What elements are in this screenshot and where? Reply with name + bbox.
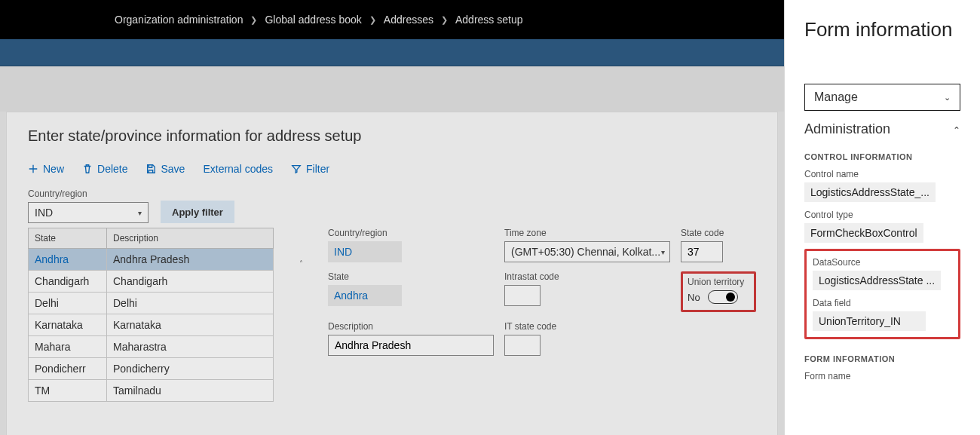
control-information-heading: CONTROL INFORMATION <box>804 152 960 161</box>
save-icon <box>145 164 156 174</box>
state-cell: Chandigarh <box>29 271 107 292</box>
detail-country-label: Country/region <box>328 228 494 238</box>
state-cell: Pondicherr <box>29 358 107 379</box>
table-row[interactable]: TMTamilnadu <box>28 380 274 402</box>
detail-description-label: Description <box>328 321 494 332</box>
description-cell: Karnataka <box>107 314 273 335</box>
table-row[interactable]: DelhiDelhi <box>28 293 274 314</box>
side-title: Form information <box>804 18 960 41</box>
detail-statecode-input[interactable] <box>681 241 723 262</box>
external-codes-button[interactable]: External codes <box>203 163 273 175</box>
state-cell: TM <box>29 380 107 401</box>
filter-button-label: Filter <box>306 163 329 175</box>
detail-state-label: State <box>328 271 494 282</box>
control-type-label: Control type <box>804 210 960 220</box>
description-cell: Maharastra <box>107 336 273 357</box>
grid-scroll-gutter[interactable]: ˄ <box>296 228 305 402</box>
detail-country-value[interactable]: IND <box>328 241 402 262</box>
chevron-up-icon: ⌄ <box>953 124 960 135</box>
delete-button[interactable]: Delete <box>82 163 127 175</box>
detail-state-value[interactable]: Andhra <box>328 285 402 306</box>
detail-itstate-label: IT state code <box>504 321 670 332</box>
page-title: Enter state/province information for add… <box>28 127 756 145</box>
chevron-down-icon: ▾ <box>138 209 142 217</box>
union-territory-toggle[interactable]: No <box>688 290 749 304</box>
breadcrumb-item[interactable]: Organization administration <box>115 14 243 26</box>
save-button[interactable]: Save <box>145 163 185 175</box>
datafield-label: Data field <box>813 298 952 308</box>
detail-intrastat-label: Intrastat code <box>504 271 670 282</box>
detail-intrastat-input[interactable] <box>504 285 541 306</box>
save-button-label: Save <box>161 163 185 175</box>
detail-timezone-label: Time zone <box>504 228 670 238</box>
control-name-label: Control name <box>804 169 960 179</box>
description-cell: Andhra Pradesh <box>107 249 273 270</box>
datasource-label: DataSource <box>813 257 952 268</box>
new-button-label: New <box>43 163 64 175</box>
chevron-right-icon: ❯ <box>441 15 448 25</box>
state-cell: Mahara <box>29 336 107 357</box>
control-type-value: FormCheckBoxControl <box>804 223 923 243</box>
states-grid: State Description AndhraAndhra PradeshCh… <box>28 228 274 402</box>
breadcrumb-item[interactable]: Addresses <box>384 14 433 26</box>
table-row[interactable]: KarnatakaKarnataka <box>28 314 274 336</box>
chevron-right-icon: ❯ <box>369 15 376 25</box>
manage-dropdown[interactable]: Manage ⌄ <box>804 84 960 111</box>
chevron-down-icon: ▾ <box>661 248 665 256</box>
filter-button[interactable]: Filter <box>291 163 329 175</box>
detail-union-label: Union territory <box>688 277 749 287</box>
apply-filter-button[interactable]: Apply filter <box>161 201 234 223</box>
page-card: Enter state/province information for add… <box>6 112 778 435</box>
table-row[interactable]: AndhraAndhra Pradesh <box>28 249 274 271</box>
breadcrumb-item[interactable]: Global address book <box>265 14 361 26</box>
union-territory-highlight: Union territory No <box>681 271 756 312</box>
trash-icon <box>82 164 93 174</box>
description-cell: Pondicherry <box>107 358 273 379</box>
description-cell: Chandigarh <box>107 271 273 292</box>
state-cell: Karnataka <box>29 314 107 335</box>
detail-description-input[interactable] <box>328 335 494 356</box>
form-name-label: Form name <box>804 371 960 381</box>
form-information-heading: FORM INFORMATION <box>804 354 960 363</box>
datasource-value: LogisticsAddressState ... <box>813 271 941 290</box>
caret-up-icon[interactable]: ˄ <box>299 259 303 268</box>
external-codes-label: External codes <box>203 163 273 175</box>
description-cell: Delhi <box>107 293 273 314</box>
detail-timezone-value: (GMT+05:30) Chennai, Kolkat... <box>511 246 660 258</box>
description-cell: Tamilnadu <box>107 380 273 401</box>
col-header-state[interactable]: State <box>29 228 107 248</box>
delete-button-label: Delete <box>97 163 127 175</box>
toolbar: New Delete Save External codes Filter <box>28 163 756 175</box>
country-region-value: IND <box>35 207 53 219</box>
manage-label: Manage <box>814 90 858 104</box>
ribbon-bar <box>0 39 784 66</box>
funnel-icon <box>291 164 302 174</box>
country-region-label: Country/region <box>28 188 149 199</box>
table-row[interactable]: ChandigarhChandigarh <box>28 271 274 293</box>
administration-label: Administration <box>804 121 890 137</box>
table-row[interactable]: MaharaMaharastra <box>28 336 274 358</box>
detail-itstate-input[interactable] <box>504 335 541 356</box>
table-row[interactable]: PondicherrPondicherry <box>28 358 274 380</box>
administration-section-toggle[interactable]: Administration ⌄ <box>804 121 960 137</box>
new-button[interactable]: New <box>28 163 64 175</box>
breadcrumb-item[interactable]: Address setup <box>455 14 523 26</box>
datafield-value: UnionTerritory_IN <box>813 311 926 331</box>
datasource-highlight: DataSource LogisticsAddressState ... Dat… <box>804 249 960 339</box>
form-information-pane: Form information Manage ⌄ Administration… <box>784 0 980 435</box>
detail-timezone-dropdown[interactable]: (GMT+05:30) Chennai, Kolkat... ▾ <box>504 241 670 262</box>
chevron-right-icon: ❯ <box>250 15 257 25</box>
state-cell: Andhra <box>29 249 107 270</box>
country-region-dropdown[interactable]: IND ▾ <box>28 202 149 223</box>
plus-icon <box>28 164 38 174</box>
col-header-description[interactable]: Description <box>107 228 273 248</box>
state-cell: Delhi <box>29 293 107 314</box>
toggle-track <box>708 290 738 304</box>
control-name-value: LogisticsAddressState_... <box>804 182 936 202</box>
detail-statecode-label: State code <box>681 228 756 238</box>
union-territory-value: No <box>688 292 700 303</box>
breadcrumb: Organization administration ❯ Global add… <box>0 0 784 39</box>
chevron-down-icon: ⌄ <box>944 93 951 103</box>
